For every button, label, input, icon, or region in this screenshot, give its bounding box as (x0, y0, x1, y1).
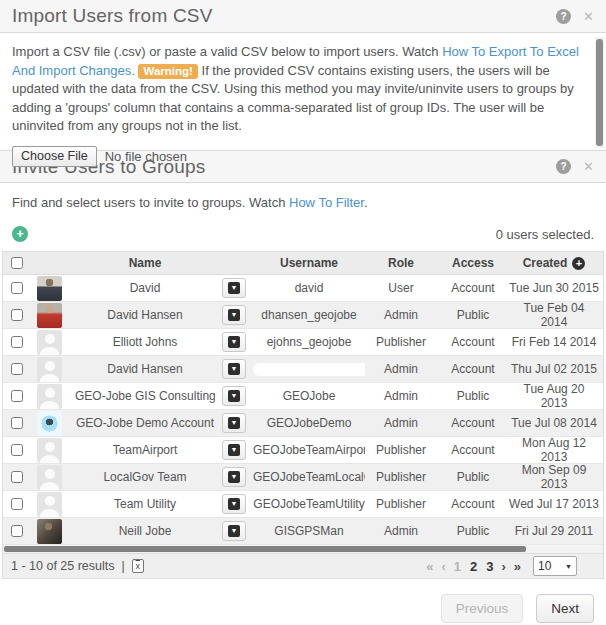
invite-intro-text: Find and select users to invite to group… (12, 195, 594, 210)
row-checkbox[interactable] (11, 471, 23, 483)
row-checkbox[interactable] (11, 363, 23, 375)
horizontal-scrollbar[interactable] (2, 545, 604, 553)
users-table: Name Username Role Access Created David (2, 251, 604, 545)
user-avatar (37, 438, 62, 463)
user-access: Account (437, 281, 509, 295)
user-access: Public (437, 470, 509, 484)
select-caret-icon (565, 563, 572, 570)
user-created: Tue Jul 08 2014 (509, 416, 603, 430)
pager-page-3[interactable]: 3 (486, 559, 493, 574)
pagination: « ‹ 123 › » 10 (426, 556, 577, 576)
invite-panel-body: Find and select users to invite to group… (0, 183, 606, 242)
pager-last[interactable]: » (514, 559, 521, 574)
invite-intro-pre: Find and select users to invite to group… (12, 195, 285, 210)
users-selected-status: 0 users selected. (496, 227, 594, 242)
select-all-checkbox[interactable] (11, 257, 23, 269)
user-actions-dropdown-button[interactable] (222, 386, 246, 406)
user-access: Public (437, 524, 509, 538)
add-filter-icon[interactable] (12, 226, 28, 242)
user-access: Public (437, 308, 509, 322)
chevron-down-icon (228, 309, 240, 321)
results-count-text: 1 - 10 of 25 results (11, 559, 115, 573)
sort-icon[interactable] (572, 257, 585, 270)
export-excel-icon[interactable] (132, 559, 144, 573)
choose-file-button[interactable]: Choose File (12, 146, 97, 167)
user-username: GEOJobeTeamAirport (253, 443, 365, 457)
user-actions-dropdown-button[interactable] (222, 332, 246, 352)
pager-page-2[interactable]: 2 (470, 559, 477, 574)
table-row: Team Utility GEOJobeTeamUtility Publishe… (3, 491, 603, 518)
column-header-access[interactable]: Access (437, 256, 509, 270)
import-panel-header: Import Users from CSV (0, 0, 606, 33)
row-checkbox[interactable] (11, 336, 23, 348)
page-size-value: 10 (538, 559, 551, 573)
user-name: Elliott Johns (75, 335, 215, 349)
user-username: GEOJobe (253, 389, 365, 403)
user-actions-dropdown-button[interactable] (222, 359, 246, 379)
import-users-panel: Import Users from CSV Import a CSV file … (0, 0, 606, 150)
user-avatar (37, 330, 62, 355)
user-actions-dropdown-button[interactable] (222, 278, 246, 298)
row-checkbox[interactable] (11, 309, 23, 321)
user-name: TeamAirport (75, 443, 215, 457)
help-icon[interactable] (556, 9, 571, 24)
next-button[interactable]: Next (536, 594, 594, 623)
chevron-down-icon (228, 363, 240, 375)
row-checkbox[interactable] (11, 498, 23, 510)
user-access: Account (437, 416, 509, 430)
column-header-name[interactable]: Name (75, 256, 215, 270)
user-role: Admin (365, 524, 437, 538)
table-row: David Hansen dhansen_geojobe Admin Publi… (3, 302, 603, 329)
table-row: David david User Account Tue Jun 30 2015 (3, 275, 603, 302)
chevron-down-icon (228, 282, 240, 294)
user-username (253, 363, 365, 376)
row-checkbox[interactable] (11, 525, 23, 537)
pager-next[interactable]: › (501, 559, 505, 574)
user-actions-dropdown-button[interactable] (222, 494, 246, 514)
row-checkbox[interactable] (11, 444, 23, 456)
column-header-username[interactable]: Username (253, 256, 365, 270)
user-created: Tue Jun 30 2015 (509, 281, 603, 295)
vertical-scrollbar-thumb[interactable] (596, 39, 603, 146)
user-access: Account (437, 497, 509, 511)
user-role: Admin (365, 362, 437, 376)
horizontal-scrollbar-thumb[interactable] (4, 546, 526, 552)
user-created: Thu Jul 02 2015 (509, 362, 603, 376)
user-actions-dropdown-button[interactable] (222, 467, 246, 487)
page-size-select[interactable]: 10 (533, 556, 577, 576)
user-username: GEOJobeTeamLocalGo (253, 470, 365, 484)
chevron-down-icon (228, 471, 240, 483)
user-created: Mon Sep 09 2013 (509, 463, 603, 491)
user-role: Publisher (365, 470, 437, 484)
how-to-filter-link[interactable]: How To Filter (289, 195, 364, 210)
column-header-role[interactable]: Role (365, 256, 437, 270)
table-row: LocalGov Team GEOJobeTeamLocalGo Publish… (3, 464, 603, 491)
column-header-created[interactable]: Created (509, 256, 603, 270)
user-username: GEOJobeDemo (253, 416, 365, 430)
table-row: Neill Jobe GISGPSMan Admin Public Fri Ju… (3, 518, 603, 545)
user-created: Fri Jul 29 2011 (509, 524, 603, 538)
user-actions-dropdown-button[interactable] (222, 521, 246, 541)
table-row: TeamAirport GEOJobeTeamAirport Publisher… (3, 437, 603, 464)
table-row: GEO-Jobe GIS Consulting GEOJobe Admin Pu… (3, 383, 603, 410)
user-name: Neill Jobe (75, 524, 215, 538)
row-checkbox[interactable] (11, 390, 23, 402)
user-actions-dropdown-button[interactable] (222, 305, 246, 325)
user-actions-dropdown-button[interactable] (222, 413, 246, 433)
chevron-down-icon (228, 390, 240, 402)
close-icon[interactable] (583, 10, 594, 23)
row-checkbox[interactable] (11, 282, 23, 294)
pager-prev[interactable]: ‹ (441, 559, 445, 574)
close-icon[interactable] (583, 160, 594, 173)
previous-button[interactable]: Previous (441, 594, 524, 623)
vertical-scrollbar[interactable] (595, 37, 604, 148)
user-actions-dropdown-button[interactable] (222, 440, 246, 460)
pager-first[interactable]: « (426, 559, 433, 574)
user-avatar (37, 357, 62, 382)
chevron-down-icon (228, 336, 240, 348)
user-created: Tue Aug 20 2013 (509, 382, 603, 410)
invite-intro-post: . (364, 195, 368, 210)
user-role: Publisher (365, 497, 437, 511)
user-avatar (37, 411, 62, 436)
row-checkbox[interactable] (11, 417, 23, 429)
